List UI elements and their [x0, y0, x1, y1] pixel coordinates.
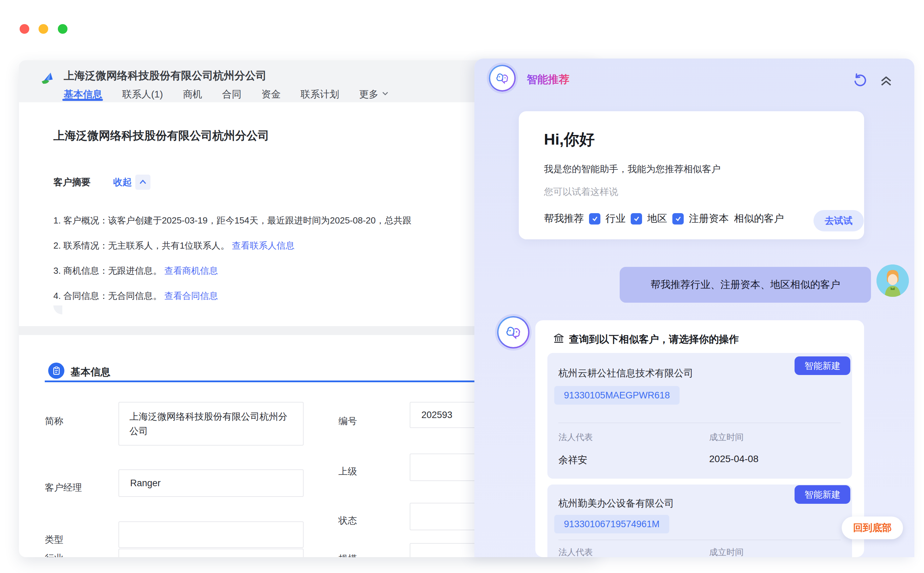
similar-customer-card: 杭州云耕公社信息技术有限公司 智能新建 91330105MAEGPWR618 法…: [547, 353, 852, 479]
card-divider: [558, 423, 841, 423]
smart-recommend-panel: 智能推荐 Hi,你好 我是您的智能助手，我能为您推荐相似客户 您可以试着这样说 …: [474, 58, 915, 557]
result-title: 查询到以下相似客户，请选择你的操作: [553, 333, 739, 346]
bank-icon: [553, 333, 564, 346]
smart-create-button[interactable]: 智能新建: [794, 356, 851, 375]
industry-label: 行业: [45, 552, 63, 557]
parent-label: 上级: [338, 465, 357, 478]
customer-name: 杭州云耕公社信息技术有限公司: [558, 367, 693, 380]
manager-input[interactable]: Ranger: [119, 469, 303, 497]
summary-bubble-tail: [53, 305, 62, 315]
industry-input[interactable]: [119, 548, 303, 557]
refresh-icon[interactable]: [851, 72, 869, 89]
customer-window-title: 上海泛微网络科技股份有限公司杭州分公司: [64, 69, 266, 83]
greeting-text: Hi,你好: [544, 129, 595, 150]
active-tab-underline: [62, 99, 103, 101]
screenshot-stage: 上海泛微网络科技股份有限公司杭州分公司 基本信息 联系人(1) 商机 合同 资金…: [0, 0, 924, 573]
credit-code-tag: 91330106719574961M: [554, 515, 669, 534]
status-label: 状态: [338, 515, 357, 527]
double-chevron-up-icon[interactable]: [878, 73, 894, 89]
number-label: 编号: [338, 415, 357, 427]
legal-rep-label: 法人代表: [558, 546, 593, 557]
suggestion-prefix: 帮我推荐: [544, 212, 584, 225]
clipboard-icon: [48, 363, 64, 379]
checkbox-label-industry: 行业: [605, 212, 625, 225]
short-name-label: 简称: [45, 415, 63, 427]
chevron-down-icon: [381, 89, 389, 100]
checkbox-label-region: 地区: [647, 212, 667, 225]
tab-more[interactable]: 更多: [359, 88, 389, 101]
smart-create-button[interactable]: 智能新建: [794, 485, 851, 504]
suggestion-suffix: 相似的客户: [734, 212, 784, 225]
panel-title: 智能推荐: [527, 72, 569, 87]
view-contacts-link[interactable]: 查看联系人信息: [232, 240, 295, 251]
customer-name-title: 上海泛微网络科技股份有限公司杭州分公司: [53, 128, 269, 144]
summary-item-overview: 1. 客户概况：该客户创建于2025-03-19，距今154天，最近跟进时间为2…: [53, 214, 411, 227]
similar-customer-card: 杭州勤美办公设备有限公司 智能新建 91330106719574961M 法人代…: [547, 484, 852, 557]
tab-contracts[interactable]: 合同: [222, 88, 241, 101]
intro-text: 我是您的智能助手，我能为您推荐相似客户: [544, 163, 721, 175]
hint-text: 您可以试着这样说: [544, 186, 618, 198]
user-message-bubble: 帮我推荐行业、注册资本、地区相似的客户: [620, 267, 871, 303]
customer-name: 杭州勤美办公设备有限公司: [558, 497, 674, 510]
view-opportunity-link[interactable]: 查看商机信息: [164, 266, 218, 276]
basic-info-section-title: 基本信息: [70, 365, 111, 379]
window-close-button[interactable]: [20, 24, 29, 34]
check-icon[interactable]: [672, 213, 684, 224]
tab-contacts[interactable]: 联系人(1): [122, 88, 163, 101]
card-divider: [558, 540, 841, 540]
bot-message-card: 查询到以下相似客户，请选择你的操作 杭州云耕公社信息技术有限公司 智能新建 91…: [535, 320, 864, 557]
summary-label: 客户摘要: [53, 176, 91, 188]
type-input[interactable]: [119, 521, 303, 548]
ai-brain-icon: [497, 316, 530, 349]
back-to-bottom-button[interactable]: 回到底部: [842, 517, 903, 539]
welcome-card: Hi,你好 我是您的智能助手，我能为您推荐相似客户 您可以试着这样说 帮我推荐 …: [519, 111, 864, 240]
founded-value: 2025-04-08: [709, 454, 758, 465]
check-icon[interactable]: [589, 213, 600, 224]
view-contract-link[interactable]: 查看合同信息: [164, 291, 218, 301]
founded-label: 成立时间: [709, 432, 744, 443]
app-logo-icon: [39, 69, 57, 89]
type-label: 类型: [45, 534, 63, 546]
summary-item-contract: 4. 合同信息：无合同信息。 查看合同信息: [53, 290, 218, 302]
tab-opportunities[interactable]: 商机: [183, 88, 202, 101]
manager-label: 客户经理: [45, 481, 82, 494]
legal-rep-label: 法人代表: [558, 432, 593, 443]
tab-funds[interactable]: 资金: [261, 88, 281, 101]
window-minimize-button[interactable]: [39, 24, 48, 34]
tab-contact-plan[interactable]: 联系计划: [300, 88, 339, 101]
suggestion-row: 帮我推荐 行业 地区 注册资本 相似的客户: [544, 212, 784, 225]
credit-code-tag: 91330105MAEGPWR618: [554, 386, 680, 405]
try-it-button[interactable]: 去试试: [813, 210, 864, 232]
summary-item-contacts: 2. 联系情况：无主联系人，共有1位联系人。 查看联系人信息: [53, 240, 295, 252]
legal-rep-value: 余祥安: [558, 454, 587, 467]
check-icon[interactable]: [631, 213, 642, 224]
collapse-summary-link[interactable]: 收起: [113, 176, 132, 188]
founded-label: 成立时间: [709, 546, 744, 557]
customer-summary-header: 客户摘要 收起: [53, 175, 150, 190]
ai-brain-icon: [489, 65, 516, 92]
summary-item-opportunity: 3. 商机信息：无跟进信息。 查看商机信息: [53, 265, 218, 277]
customer-tabs: 基本信息 联系人(1) 商机 合同 资金 联系计划 更多: [64, 88, 389, 101]
window-zoom-button[interactable]: [58, 24, 67, 34]
scale-label: 规模: [338, 553, 357, 557]
chevron-up-icon[interactable]: [135, 175, 150, 190]
user-avatar: [877, 265, 909, 297]
checkbox-label-capital: 注册资本: [689, 212, 729, 225]
short-name-input[interactable]: 上海泛微网络科技股份有限公司杭州分公司: [119, 402, 303, 446]
